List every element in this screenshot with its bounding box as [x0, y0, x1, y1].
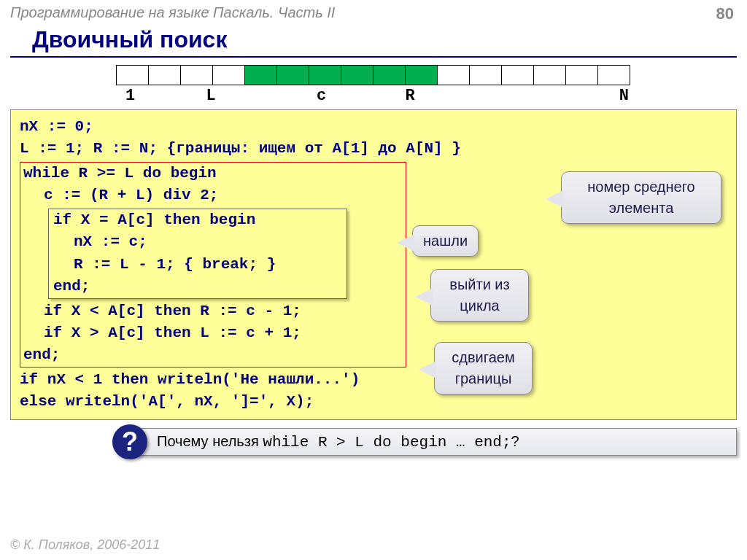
question-text: Почему нельзя while R > L do begin … end… — [134, 428, 737, 456]
code-line-11: end; — [23, 346, 60, 363]
callout-shift-bounds: сдвигаем границы — [434, 342, 533, 394]
label-c: c — [272, 87, 371, 105]
array-cell — [565, 65, 598, 85]
slide-header: Программирование на языке Паскаль. Часть… — [0, 0, 747, 25]
found-block-highlight: if X = A[c] then begin nX := c; R := L -… — [48, 209, 347, 299]
code-line-7a: R := L - 1; — [74, 256, 184, 273]
code-line-1: nX := 0; — [20, 118, 93, 135]
question-row: ? Почему нельзя while R > L do begin … e… — [10, 424, 737, 459]
array-cell — [341, 65, 374, 85]
array-visualization: 1 L c R N — [0, 65, 747, 105]
array-cell — [373, 65, 406, 85]
array-cell — [533, 65, 566, 85]
code-block: nX := 0; L := 1; R := N; {границы: ищем … — [10, 109, 737, 420]
copyright-footer: © К. Поляков, 2006-2011 — [10, 537, 160, 553]
page-number: 80 — [716, 4, 734, 23]
callout-found: нашли — [412, 225, 479, 257]
array-cell — [212, 65, 245, 85]
course-title: Программирование на языке Паскаль. Часть… — [10, 4, 335, 23]
code-line-12: if nX < 1 then writeln('Не нашли...') — [20, 371, 360, 388]
array-cell — [501, 65, 534, 85]
array-cell — [469, 65, 502, 85]
code-line-6: nX := c; — [53, 231, 342, 253]
label-1: 1 — [111, 87, 150, 105]
code-line-4: c := (R + L) div 2; — [23, 184, 403, 206]
array-cell — [437, 65, 470, 85]
array-cell — [276, 65, 309, 85]
array-cell — [148, 65, 181, 85]
code-line-2a: L := 1; R := N; — [20, 140, 167, 157]
code-line-5: if X = A[c] then begin — [53, 211, 255, 228]
code-comment-bounds: {границы: ищем от A[1] до A[N] } — [167, 140, 461, 157]
array-cell — [597, 65, 630, 85]
code-line-3: while R >= L do begin — [23, 165, 217, 182]
array-cell — [180, 65, 213, 85]
code-line-8: end; — [53, 278, 90, 295]
array-labels: 1 L c R N — [111, 87, 636, 105]
array-cells — [117, 65, 630, 85]
code-comment-break: { break; } — [184, 256, 276, 273]
array-cell — [116, 65, 149, 85]
label-L: L — [150, 87, 272, 105]
callout-middle-element: номер среднего элемента — [561, 171, 721, 224]
code-line-13: else writeln('A[', nX, ']=', X); — [20, 393, 314, 410]
array-cell — [244, 65, 277, 85]
array-cell — [405, 65, 438, 85]
slide-title: Двоичный поиск — [10, 25, 737, 58]
label-R: R — [371, 87, 449, 105]
code-line-9: if X < A[c] then R := c - 1; — [23, 300, 403, 322]
callout-exit-loop: выйти из цикла — [430, 269, 529, 322]
label-N: N — [449, 87, 636, 105]
while-block-highlight: while R >= L do begin c := (R + L) div 2… — [20, 162, 406, 368]
code-line-10: if X > A[c] then L := c + 1; — [23, 322, 403, 344]
array-cell — [309, 65, 341, 85]
question-mark-icon: ? — [112, 424, 147, 459]
